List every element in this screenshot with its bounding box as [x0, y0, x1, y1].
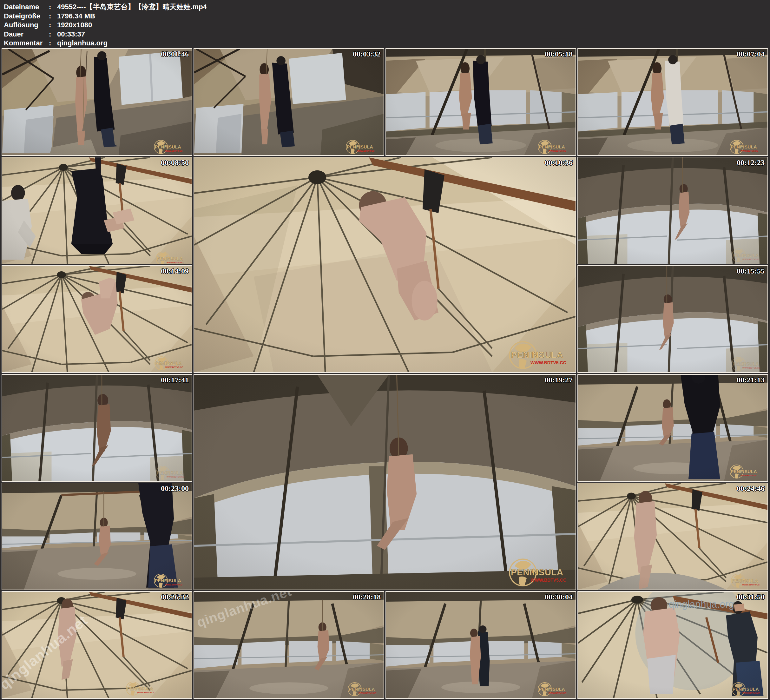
svg-text:WWW.BDTV5.CC: WWW.BDTV5.CC — [165, 583, 183, 586]
svg-text:WWW.BDTV5.CC: WWW.BDTV5.CC — [741, 475, 758, 476]
svg-text:WWW.BDTV5.CC: WWW.BDTV5.CC — [167, 261, 184, 264]
svg-text:PENINSULA: PENINSULA — [511, 350, 563, 360]
svg-text:PENINSULA: PENINSULA — [733, 361, 759, 366]
svg-text:WWW.BDTV5.CC: WWW.BDTV5.CC — [357, 150, 374, 152]
svg-text:PENINSULA: PENINSULA — [157, 470, 183, 475]
svg-text:WWW.BDTV5.CC: WWW.BDTV5.CC — [531, 360, 566, 365]
svg-text:PENINSULA: PENINSULA — [155, 144, 181, 149]
svg-text:PENINSULA: PENINSULA — [731, 144, 757, 149]
svg-text:WWW.BDTV5.CC: WWW.BDTV5.CC — [742, 367, 760, 369]
svg-text:PENINSULA: PENINSULA — [733, 687, 759, 692]
svg-text:WWW.BDTV5.CC: WWW.BDTV5.CC — [359, 692, 376, 694]
svg-text:PENINSULA: PENINSULA — [733, 253, 759, 258]
svg-text:PENINSULA: PENINSULA — [511, 567, 563, 577]
svg-text:WWW.BDTV5.CC: WWW.BDTV5.CC — [742, 692, 760, 694]
svg-text:PENINSULA: PENINSULA — [155, 578, 181, 583]
svg-text:WWW.BDTV5.CC: WWW.BDTV5.CC — [165, 150, 183, 152]
svg-text:WWW.BDTV5.CC: WWW.BDTV5.CC — [548, 692, 566, 694]
svg-text:PENINSULA: PENINSULA — [349, 687, 375, 692]
svg-text:PENINSULA: PENINSULA — [539, 144, 565, 149]
svg-text:PENINSULA: PENINSULA — [157, 256, 183, 261]
svg-text:WWW.BDTV5.CC: WWW.BDTV5.CC — [167, 476, 184, 478]
svg-text:WWW.BDTV5.CC: WWW.BDTV5.CC — [742, 258, 760, 261]
svg-text:WWW.BDTV5.CC: WWW.BDTV5.CC — [137, 692, 155, 694]
svg-text:WWW.BDTV5.CC: WWW.BDTV5.CC — [548, 150, 566, 152]
svg-text:PENINSULA: PENINSULA — [731, 469, 757, 474]
svg-text:PENINSULA: PENINSULA — [539, 687, 565, 692]
svg-text:WWW.BDTV5.CC: WWW.BDTV5.CC — [741, 150, 758, 152]
svg-text:WWW.BDTV5.CC: WWW.BDTV5.CC — [742, 583, 760, 586]
svg-text:PENINSULA: PENINSULA — [347, 144, 373, 149]
svg-text:PENINSULA: PENINSULA — [155, 361, 182, 366]
svg-text:WWW.BDTV5.CC: WWW.BDTV5.CC — [165, 366, 183, 368]
svg-text:WWW.BDTV5.CC: WWW.BDTV5.CC — [531, 577, 566, 583]
svg-text:PENINSULA: PENINSULA — [127, 686, 153, 691]
svg-text:PENINSULA: PENINSULA — [732, 578, 758, 583]
